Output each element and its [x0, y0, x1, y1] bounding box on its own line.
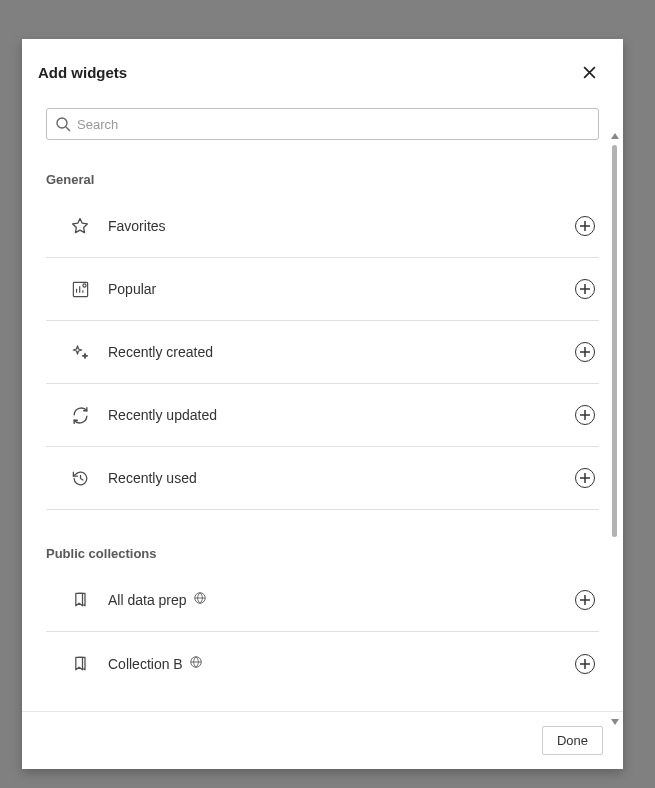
widget-collection-b: Collection B — [46, 632, 599, 695]
widget-label: Favorites — [108, 218, 575, 234]
globe-icon — [193, 591, 207, 609]
dialog-footer: Done — [22, 711, 623, 769]
add-recently-used-button[interactable] — [575, 468, 595, 488]
section-general-list: Favorites Popular Recently created — [46, 195, 599, 510]
svg-point-2 — [82, 283, 85, 286]
search-icon — [55, 116, 71, 132]
close-button[interactable] — [578, 61, 601, 84]
done-button[interactable]: Done — [542, 726, 603, 755]
bookmark-icon — [70, 654, 90, 674]
section-public-list: All data prep Collection B — [46, 569, 599, 695]
plus-icon — [580, 410, 590, 420]
widget-recently-created: Recently created — [46, 321, 599, 384]
dialog-body: General Favorites Popular — [22, 94, 623, 711]
plus-icon — [580, 347, 590, 357]
search-input[interactable] — [77, 117, 590, 132]
plus-icon — [580, 221, 590, 231]
section-public-title: Public collections — [46, 546, 599, 561]
widget-label: Recently used — [108, 470, 575, 486]
search-field[interactable] — [46, 108, 599, 140]
globe-icon — [189, 655, 203, 673]
add-recently-updated-button[interactable] — [575, 405, 595, 425]
plus-icon — [580, 595, 590, 605]
popular-icon — [70, 279, 90, 299]
add-all-data-prep-button[interactable] — [575, 590, 595, 610]
svg-point-0 — [57, 118, 67, 128]
widget-label: Recently updated — [108, 407, 575, 423]
scroll-down-arrow-icon[interactable] — [611, 719, 619, 725]
widget-favorites: Favorites — [46, 195, 599, 258]
bookmark-icon — [70, 590, 90, 610]
history-icon — [70, 468, 90, 488]
widget-label: All data prep — [108, 591, 575, 609]
plus-icon — [580, 473, 590, 483]
plus-icon — [580, 284, 590, 294]
widget-recently-used: Recently used — [46, 447, 599, 510]
widget-recently-updated: Recently updated — [46, 384, 599, 447]
section-general-title: General — [46, 172, 599, 187]
scrollbar[interactable] — [612, 145, 617, 537]
dialog-title: Add widgets — [38, 64, 127, 81]
widget-label: Popular — [108, 281, 575, 297]
sparkle-icon — [70, 342, 90, 362]
add-widgets-dialog: Add widgets General Favorites — [22, 39, 623, 769]
refresh-icon — [70, 405, 90, 425]
plus-icon — [580, 659, 590, 669]
add-favorites-button[interactable] — [575, 216, 595, 236]
widget-popular: Popular — [46, 258, 599, 321]
widget-label: Collection B — [108, 655, 575, 673]
add-collection-b-button[interactable] — [575, 654, 595, 674]
scroll-up-arrow-icon[interactable] — [611, 133, 619, 139]
widget-all-data-prep: All data prep — [46, 569, 599, 632]
dialog-header: Add widgets — [22, 39, 623, 94]
widget-label: Recently created — [108, 344, 575, 360]
add-popular-button[interactable] — [575, 279, 595, 299]
close-icon — [582, 65, 597, 80]
add-recently-created-button[interactable] — [575, 342, 595, 362]
widget-label-text: All data prep — [108, 592, 187, 608]
star-icon — [70, 216, 90, 236]
widget-label-text: Collection B — [108, 656, 183, 672]
